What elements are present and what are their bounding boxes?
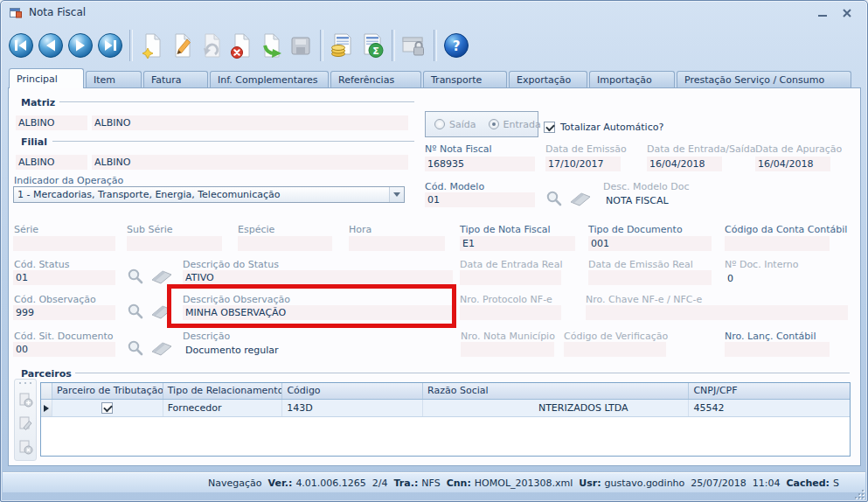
modelo-search-button[interactable] xyxy=(544,190,565,209)
tab-transporte[interactable]: Transporte xyxy=(423,71,507,88)
hora-label: Hora xyxy=(349,224,372,235)
close-button[interactable] xyxy=(837,5,857,20)
data-emissao-real-field[interactable] xyxy=(588,270,712,285)
form-icon xyxy=(9,5,23,19)
lock-button[interactable] xyxy=(399,28,429,63)
tab-referencias[interactable]: Referências xyxy=(330,71,421,88)
column-header-codigo[interactable]: Código xyxy=(282,383,423,399)
checkbox-label: Totalizar Automático? xyxy=(560,122,663,133)
sub-serie-field[interactable] xyxy=(127,236,222,251)
sit-documento-clear-button[interactable] xyxy=(149,339,174,359)
close-icon xyxy=(842,8,852,18)
delete-button[interactable] xyxy=(226,28,256,63)
row-selector-cell[interactable] xyxy=(41,400,52,416)
cell-razao-social[interactable]: NTERIZADOS LTDA xyxy=(423,400,690,416)
cell-parceiro-tributacao[interactable] xyxy=(52,400,163,416)
delete-parceiro-button[interactable] xyxy=(17,438,34,456)
next-record-button[interactable] xyxy=(66,28,95,63)
column-header-tipo-relacionamento[interactable]: Tipo de Relacionamento xyxy=(163,383,283,399)
edit-button[interactable] xyxy=(167,28,197,63)
totalize-button[interactable]: Σ xyxy=(358,28,387,63)
column-header-razao-social[interactable]: Razão Social xyxy=(423,383,689,399)
observacao-clear-button[interactable] xyxy=(149,303,174,322)
indicador-operacao-combobox[interactable]: 1 - Mercadorias, Transporte, Energia, Te… xyxy=(13,186,405,203)
tipo-nota-field[interactable]: E1 xyxy=(460,236,575,251)
radio-label: Entrada xyxy=(503,119,541,130)
tab-inf-complementares[interactable]: Inf. Complementares xyxy=(210,71,329,88)
observacao-search-button[interactable] xyxy=(125,303,146,322)
status-search-button[interactable] xyxy=(125,268,146,287)
previous-record-button[interactable] xyxy=(36,28,66,63)
save-button[interactable] xyxy=(286,28,316,63)
post-button[interactable] xyxy=(256,28,286,63)
cell-tipo-relacionamento[interactable]: Fornecedor xyxy=(163,400,283,416)
sit-documento-search-button[interactable] xyxy=(125,339,146,359)
radio-saida[interactable]: Saída xyxy=(434,119,476,130)
cod-observacao-label: Cód. Observação xyxy=(14,294,96,305)
data-entrada-real-field[interactable] xyxy=(460,270,561,285)
add-parceiro-button[interactable] xyxy=(17,391,34,408)
help-button[interactable]: ? xyxy=(441,28,471,63)
data-entrada-saida-field[interactable]: 16/04/2018 xyxy=(647,157,722,171)
modelo-clear-button[interactable] xyxy=(568,190,593,209)
tab-exportacao[interactable]: Exportação xyxy=(509,71,587,88)
cod-sit-documento-field[interactable]: 00 xyxy=(13,342,115,357)
tipo-nota-label: Tipo de Nota Fiscal xyxy=(460,224,551,235)
filial-code-field[interactable]: ALBINO xyxy=(16,155,87,170)
serie-field[interactable] xyxy=(13,236,115,251)
edit-parceiro-button[interactable] xyxy=(17,415,34,432)
cod-status-field[interactable]: 01 xyxy=(13,270,115,285)
protocolo-field[interactable] xyxy=(460,305,561,320)
cod-verificacao-field[interactable] xyxy=(564,342,666,357)
desc-observacao-field[interactable]: MINHA OBSERVAÇÃO xyxy=(183,305,453,320)
toolbar-grip[interactable] xyxy=(19,382,31,385)
chave-field[interactable] xyxy=(586,305,848,320)
filial-name-field[interactable]: ALBINO xyxy=(92,155,408,170)
hora-field[interactable] xyxy=(349,236,445,251)
combobox-dropdown-button[interactable] xyxy=(389,187,404,202)
tab-importacao[interactable]: Importação xyxy=(589,71,675,88)
cell-cnpj-cpf[interactable]: 45542 xyxy=(689,400,850,416)
tab-fatura[interactable]: Fatura xyxy=(143,71,208,88)
especie-field[interactable] xyxy=(238,236,332,251)
radio-icon xyxy=(434,119,445,129)
matriz-name-field[interactable]: ALBINO xyxy=(92,115,408,130)
undo-button[interactable] xyxy=(197,28,226,63)
svg-text:?: ? xyxy=(453,38,461,53)
column-header-cnpj-cpf[interactable]: CNPJ/CPF xyxy=(689,383,850,399)
financial-totals-button[interactable] xyxy=(328,28,358,63)
status-clear-button[interactable] xyxy=(149,268,174,287)
minimize-button[interactable] xyxy=(813,5,832,20)
conta-contabil-field[interactable] xyxy=(725,236,830,251)
data-apuracao-field[interactable]: 16/04/2018 xyxy=(755,157,830,171)
resize-grip[interactable] xyxy=(855,490,864,499)
new-button[interactable] xyxy=(137,28,167,63)
nota-fiscal-window: Nota Fiscal xyxy=(0,0,868,502)
tab-prestacao-servico[interactable]: Prestação Serviço / Consumo xyxy=(677,71,851,88)
cell-codigo[interactable]: 143D xyxy=(282,400,423,416)
header-selector-cell[interactable] xyxy=(41,383,52,399)
desc-status-field[interactable]: ATIVO xyxy=(183,270,453,285)
checkbox-checked-icon[interactable] xyxy=(101,402,113,414)
table-row[interactable]: Fornecedor 143D NTERIZADOS LTDA 45542 xyxy=(41,400,850,417)
tab-item[interactable]: Item xyxy=(86,71,142,88)
nota-fiscal-field[interactable]: 168935 xyxy=(425,157,535,171)
filial-section-title: Filial xyxy=(21,136,47,148)
cod-modelo-field[interactable]: 01 xyxy=(425,192,535,207)
data-emissao-field[interactable]: 17/10/2017 xyxy=(545,157,621,171)
tipo-documento-field[interactable]: 001 xyxy=(588,236,712,251)
totalizar-automatico-checkbox[interactable]: Totalizar Automático? xyxy=(544,122,663,133)
chevron-down-icon xyxy=(393,192,400,197)
last-record-icon xyxy=(96,31,124,59)
column-header-parceiro-tributacao[interactable]: Parceiro de Tributação xyxy=(52,383,163,399)
status-ver-value: 4.01.006.1265 xyxy=(295,478,365,489)
matriz-code-field[interactable]: ALBINO xyxy=(16,115,87,130)
lanc-contabil-field[interactable] xyxy=(725,342,830,357)
radio-entrada[interactable]: Entrada xyxy=(489,119,541,130)
cod-observacao-field[interactable]: 999 xyxy=(13,305,115,320)
last-record-button[interactable] xyxy=(95,28,125,63)
tab-principal[interactable]: Principal xyxy=(9,68,84,88)
delete-row-icon xyxy=(17,439,33,455)
first-record-button[interactable] xyxy=(6,28,36,63)
nota-municipio-field[interactable] xyxy=(461,342,554,357)
